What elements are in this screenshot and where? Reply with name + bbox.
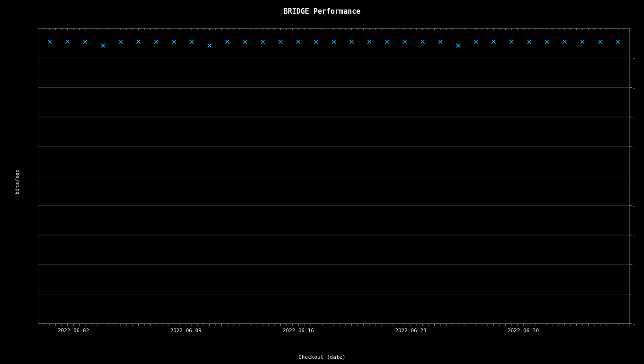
svg-text:—: — (634, 203, 635, 209)
chart-container: BRIDGE Performance bits/sec Checkout (da… (0, 0, 644, 364)
svg-text:—: — (634, 232, 635, 238)
svg-text:—: — (634, 262, 635, 268)
svg-text:2022-06-02: 2022-06-02 (58, 328, 89, 334)
svg-text:2022-06-23: 2022-06-23 (395, 328, 426, 334)
svg-text:—: — (634, 85, 635, 91)
chart-area: 9x1098x1097x1096x1095x1094x1093x1092x109… (38, 26, 635, 338)
svg-text:—: — (634, 173, 635, 180)
svg-text:—: — (634, 291, 635, 298)
svg-text:—: — (634, 144, 635, 150)
svg-text:2022-06-16: 2022-06-16 (283, 328, 314, 334)
svg-text:—: — (634, 114, 635, 120)
svg-text:2022-06-09: 2022-06-09 (170, 328, 201, 334)
x-axis-label: Checkout (date) (298, 354, 345, 360)
chart-svg: 9x1098x1097x1096x1095x1094x1093x1092x109… (38, 26, 635, 338)
chart-title: BRIDGE Performance (284, 7, 361, 16)
svg-text:—: — (634, 321, 635, 327)
svg-text:—: — (634, 55, 635, 61)
y-axis-label: bits/sec (14, 170, 20, 195)
svg-text:2022-06-30: 2022-06-30 (508, 328, 539, 334)
